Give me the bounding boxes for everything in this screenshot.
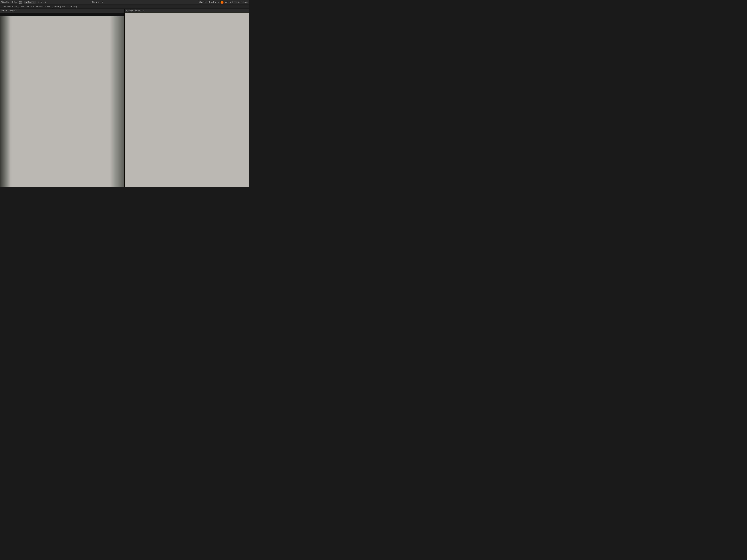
workspace-icon [19,1,22,4]
scene-add-btn[interactable]: + [100,1,101,4]
render-result-header: Render Result [0,9,124,13]
workspace-close-btn[interactable]: × [41,1,42,4]
viewport-cube-svg [125,9,249,187]
render-result-title: Render Result [1,9,17,12]
cycles-render-title: Cycles Render [126,9,142,12]
render-viewport [0,16,124,187]
render-result-panel: Render Result [0,9,125,187]
blender-version: v2.79 | Verts:16,48 [225,1,248,3]
svg-rect-3 [21,3,22,4]
blender-logo [221,1,224,4]
scene-label: Scene [92,1,99,4]
svg-rect-0 [19,1,20,2]
3d-viewport-content: Z Y (39) Camera.002 [125,9,249,187]
render-engine-dropdown[interactable]: ↕ [218,1,219,4]
workspace-add-btn[interactable]: + [37,1,39,4]
window-menu[interactable]: Window [1,1,9,4]
transform-gizmo-icon: ⊕ [45,1,46,4]
left-shadow [0,16,11,187]
svg-rect-1 [21,1,22,2]
right-shadow [110,16,124,187]
svg-rect-2 [19,3,20,4]
help-menu[interactable]: Help [11,1,17,4]
3d-viewport-panel: Cycles Render ↕ [125,9,249,187]
right-status-text: Time:00:26.75 | Mem:123.34M, Peak:123.35… [1,6,77,8]
workspace-label[interactable]: Default [24,1,35,4]
main-area: Render Result [0,9,249,187]
cycles-render-header: Cycles Render ↕ [125,9,249,13]
right-status-bar: Time:00:26.75 | Mem:123.34M, Peak:123.35… [0,5,249,9]
render-engine-label: Cycles Render [200,1,216,4]
scene-close-btn[interactable]: × [102,1,103,4]
cycles-dropdown[interactable]: ↕ [143,9,144,12]
top-menubar: Window Help Default + × ⊕ Scene + × Cycl… [0,0,249,5]
render-cube-svg [0,16,124,187]
